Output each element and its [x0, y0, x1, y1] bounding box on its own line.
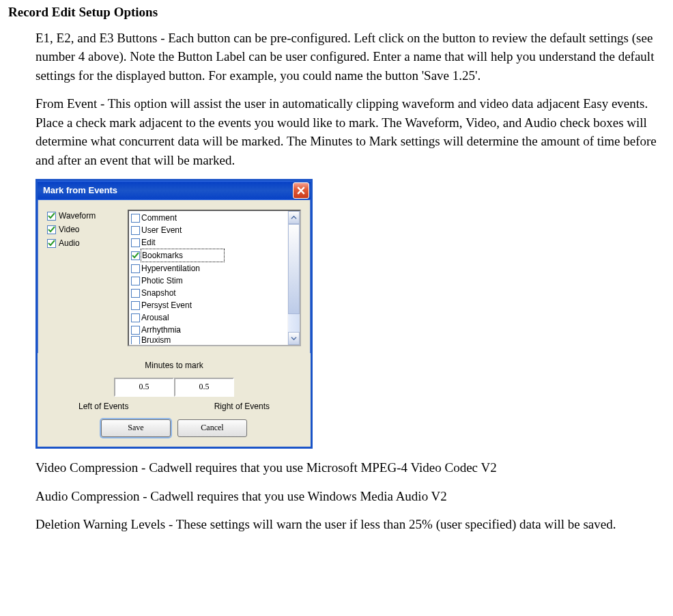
paragraph-from-event: From Event - This option will assist the…: [35, 94, 665, 169]
checkbox-icon[interactable]: [131, 226, 140, 235]
checkbox-icon[interactable]: [47, 239, 56, 248]
event-item-hyperventilation[interactable]: Hyperventilation: [130, 262, 299, 275]
right-of-events-label: Right of Events: [214, 401, 270, 412]
paragraph-video-compression: Video Compression - Cadwell requires tha…: [35, 458, 665, 477]
checkbox-icon[interactable]: [131, 336, 140, 344]
close-icon[interactable]: [293, 182, 309, 199]
checkbox-icon[interactable]: [131, 301, 140, 310]
event-item-label: Comment: [141, 212, 177, 224]
event-item-bookmarks[interactable]: Bookmarks: [130, 249, 299, 262]
event-item-label: Bookmarks: [141, 249, 225, 262]
paragraph-audio-compression: Audio Compression - Cadwell requires tha…: [35, 487, 665, 506]
checkbox-icon[interactable]: [47, 212, 56, 221]
checkbox-waveform[interactable]: Waveform: [47, 210, 115, 222]
scroll-up-icon[interactable]: [288, 211, 300, 224]
checkbox-label: Video: [59, 223, 79, 236]
event-item-label: Arrhythmia: [141, 324, 181, 336]
paragraph-buttons: E1, E2, and E3 Buttons - Each button can…: [35, 29, 665, 85]
checkbox-icon[interactable]: [131, 214, 140, 223]
checkbox-audio[interactable]: Audio: [47, 237, 115, 249]
minutes-to-mark-label: Minutes to mark: [47, 360, 301, 372]
checkbox-icon[interactable]: [131, 277, 140, 285]
cancel-button[interactable]: Cancel: [177, 419, 247, 437]
listbox-scrollbar[interactable]: [287, 211, 300, 345]
event-item-label: Arousal: [141, 311, 169, 324]
event-item-photic-stim[interactable]: Photic Stim: [130, 275, 299, 287]
scroll-thumb[interactable]: [288, 224, 300, 314]
paragraph-deletion-warning: Deletion Warning Levels - These settings…: [35, 515, 665, 534]
event-item-label: Bruxism: [141, 336, 171, 344]
event-item-label: Hyperventilation: [141, 262, 200, 275]
event-item-label: Snapshot: [141, 287, 176, 299]
section-heading: Record Edit Setup Options: [8, 3, 665, 22]
event-item-comment[interactable]: Comment: [130, 212, 299, 224]
data-type-checkboxes: WaveformVideoAudio: [47, 210, 115, 346]
event-item-label: Edit: [141, 236, 156, 249]
checkbox-icon[interactable]: [131, 251, 140, 260]
event-item-arousal[interactable]: Arousal: [130, 311, 299, 324]
event-item-edit[interactable]: Edit: [130, 236, 299, 249]
checkbox-icon[interactable]: [131, 264, 140, 273]
event-item-user-event[interactable]: User Event: [130, 224, 299, 236]
event-item-arrhythmia[interactable]: Arrhythmia: [130, 324, 299, 336]
checkbox-icon[interactable]: [131, 238, 140, 247]
save-button[interactable]: Save: [101, 419, 171, 437]
left-of-events-label: Left of Events: [78, 401, 128, 412]
event-item-label: User Event: [141, 224, 182, 236]
event-item-bruxism[interactable]: Bruxism: [130, 336, 299, 344]
scroll-track[interactable]: [288, 224, 300, 332]
event-item-persyst-event[interactable]: Persyst Event: [130, 299, 299, 311]
checkbox-icon[interactable]: [47, 225, 56, 234]
dialog-titlebar[interactable]: Mark from Events: [38, 181, 311, 200]
event-item-label: Photic Stim: [141, 275, 183, 287]
checkbox-icon[interactable]: [131, 289, 140, 298]
scroll-down-icon[interactable]: [288, 332, 300, 345]
mark-from-events-dialog: Mark from Events WaveformVideoAudio Comm…: [35, 179, 313, 449]
checkbox-label: Waveform: [59, 210, 96, 222]
checkbox-icon[interactable]: [131, 326, 140, 335]
minutes-left-input[interactable]: [114, 378, 174, 397]
events-listbox[interactable]: CommentUser EventEditBookmarksHyperventi…: [128, 210, 301, 346]
minutes-right-input[interactable]: [174, 378, 234, 397]
event-item-snapshot[interactable]: Snapshot: [130, 287, 299, 299]
event-item-label: Persyst Event: [141, 299, 192, 311]
checkbox-video[interactable]: Video: [47, 223, 115, 236]
checkbox-label: Audio: [59, 237, 80, 249]
dialog-title: Mark from Events: [43, 184, 293, 197]
checkbox-icon[interactable]: [131, 313, 140, 322]
